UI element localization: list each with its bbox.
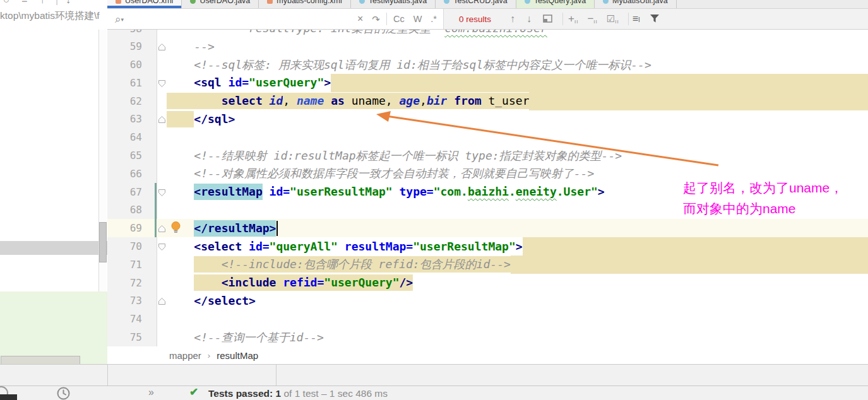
intention-bulb-icon[interactable] (170, 221, 182, 233)
code-line-65[interactable]: <!--结果映射 id:resultMap标签起一个唯一标识 type:指定封装… (167, 146, 868, 165)
code-segment (324, 93, 331, 109)
line-number: 66 (107, 168, 142, 180)
code-segment: resultType: int集合的泛型类型 (249, 30, 444, 37)
line-number: 58 (107, 30, 142, 35)
code-line-58[interactable]: resultType: int集合的泛型类型 com.baizhi.User (167, 30, 868, 37)
fold-marker-down[interactable] (158, 242, 166, 250)
circle-icon[interactable]: ○ (3, 0, 9, 6)
code-segment: as (331, 93, 345, 109)
code-line-69[interactable]: </resultMap> (167, 219, 868, 237)
left-panel-green-area (0, 291, 107, 364)
code-segment: name (297, 93, 324, 109)
code-line-75[interactable]: <!--查询一个基于id--> (167, 328, 868, 346)
vcs-change-bar[interactable] (155, 183, 157, 237)
code-segment: <!--对象属性必须和数据库字段一致才会自动封装，否则就要自己写映射了--> (194, 165, 594, 182)
left-panel-selected-row[interactable] (0, 241, 107, 255)
search-input[interactable] (124, 11, 357, 27)
chevron-right-icon: › (208, 351, 210, 360)
java-class-icon (525, 0, 530, 4)
code-line-59[interactable]: --> (167, 37, 868, 56)
regex-toggle[interactable]: .* (431, 14, 437, 24)
code-segment: select (222, 93, 270, 109)
tab-userdao-java[interactable]: UserDAO.java (182, 0, 259, 9)
multiline-icon[interactable]: ≡I (633, 14, 640, 24)
code-segment: , (283, 93, 297, 109)
tab-testquery-java[interactable]: TestQuery.java (516, 0, 595, 9)
tab-testcrud-java[interactable]: TestCRUD.java (436, 0, 516, 9)
code-line-73[interactable]: </select> (167, 292, 868, 310)
search-icon[interactable]: ⌕▾ (115, 14, 124, 25)
tab-mybatis-config-xml[interactable]: mybatis-config.xml (259, 0, 351, 9)
match-case-toggle[interactable]: Cc (393, 14, 405, 24)
code-segment (393, 184, 400, 200)
open-in-window-icon[interactable] (543, 15, 552, 24)
code-segment: <!--sql标签: 用来实现sql语句复用 id:相当于给sql标签中内容定义… (194, 57, 651, 73)
code-segment (167, 238, 194, 255)
code-line-61[interactable]: <sql id="userQuery"> (167, 74, 868, 92)
menu-icon[interactable]: ≡ (21, 0, 27, 6)
check-icon: ✔ (189, 385, 198, 399)
filter-icon[interactable] (650, 15, 659, 24)
code-segment: com.baizhi.User (444, 30, 547, 37)
remove-occurrence-icon[interactable]: −II (587, 13, 597, 25)
tab-userdao-xml[interactable]: UserDAO.xml (107, 0, 182, 9)
tab-label: TestQuery.java (534, 0, 586, 5)
gutter-row-61: 61 (107, 74, 167, 92)
fold-marker-down[interactable] (158, 79, 166, 87)
history-icon[interactable]: ↷ (372, 15, 380, 24)
ide-window: ○ ≡ ↑ | ↓ ktop\mybatis环境搭建\f UserDAO.xml… (0, 0, 868, 400)
line-number: 74 (107, 313, 142, 325)
fold-marker-up[interactable] (158, 42, 166, 50)
find-bar-left: ⌕▾ × ↷ Cc W .* (107, 9, 443, 29)
code-segment (194, 274, 221, 291)
chevrons-icon[interactable]: » (148, 387, 154, 398)
code-line-72[interactable]: <include refid="userQuery"/> (167, 274, 868, 292)
tab-mybatisutil-java[interactable]: MybatisUtil.java (595, 0, 677, 9)
code-segment: "userQuery" (324, 274, 399, 291)
prev-occurrence-icon[interactable]: ↑ (510, 14, 515, 24)
fold-marker-down[interactable] (158, 188, 166, 196)
code-segment: . (509, 184, 516, 200)
clock-icon[interactable] (57, 387, 70, 400)
whole-words-toggle[interactable]: W (413, 14, 422, 24)
injected-fragment-highlight (511, 256, 868, 274)
code-line-70[interactable]: <select id="queryAll" resultMap="userRes… (167, 237, 868, 256)
tab-testmybatis-java[interactable]: TestMybatis.java (351, 0, 436, 9)
line-number: 69 (107, 222, 142, 234)
code-line-74[interactable] (167, 310, 868, 328)
down-arrow-icon[interactable]: ↓ (66, 0, 71, 6)
code-line-62[interactable]: select id, name as uname, age,bir from t… (167, 92, 868, 110)
code-segment: <sql (194, 74, 221, 91)
code-segment (242, 238, 249, 255)
add-occurrence-icon[interactable]: +II (568, 13, 578, 25)
code-segment: --> (194, 38, 215, 55)
up-arrow-icon[interactable]: ↑ (40, 0, 45, 6)
java-class-icon (359, 0, 365, 4)
code-line-64[interactable] (167, 128, 868, 146)
code-segment (167, 184, 194, 200)
select-all-occurrences-icon[interactable]: ☑II (607, 14, 619, 25)
close-icon[interactable]: × (357, 14, 363, 24)
line-number: 68 (107, 204, 142, 216)
breadcrumb-item-resultmap[interactable]: resultMap (217, 350, 258, 361)
java-class-icon (603, 0, 609, 4)
left-panel-vscrollbar-thumb[interactable] (99, 222, 107, 262)
left-panel-hscrollbar-thumb[interactable] (1, 356, 80, 364)
next-occurrence-icon[interactable]: ↓ (526, 14, 532, 24)
code-line-60[interactable]: <!--sql标签: 用来实现sql语句复用 id:相当于给sql标签中内容定义… (167, 56, 868, 74)
gutter-row-58: 58 (107, 30, 167, 37)
fold-marker-up[interactable] (158, 115, 166, 123)
code-line-63[interactable]: </sql> (167, 110, 868, 129)
code-segment: baizhi (468, 184, 509, 200)
gutter-row-68: 68 (107, 201, 167, 220)
code-line-71[interactable]: <!--include:包含哪个片段 refid:包含片段的id--> (167, 256, 868, 274)
status-bar (0, 386, 868, 400)
fold-marker-up[interactable] (158, 224, 166, 232)
divider (107, 365, 108, 385)
breadcrumb-item-mapper[interactable]: mapper (169, 350, 201, 361)
tab-label: TestMybatis.java (369, 0, 427, 5)
fold-marker-up[interactable] (158, 297, 166, 305)
code-segment: </resultMap> (194, 220, 276, 237)
code-segment: </select> (194, 293, 256, 309)
code-segment: eneity (516, 184, 557, 200)
